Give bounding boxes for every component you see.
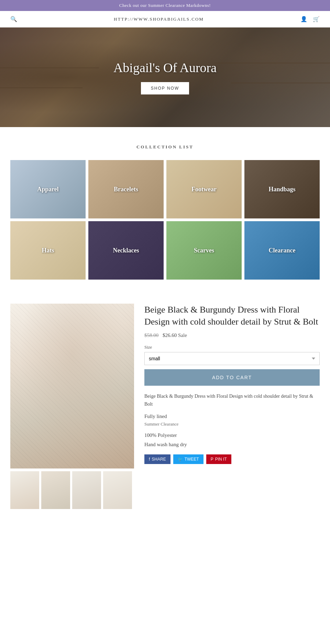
collection-item-scarves[interactable]: Scarves bbox=[166, 221, 242, 280]
facebook-icon: f bbox=[149, 457, 150, 462]
collection-item-clearance[interactable]: Clearance bbox=[244, 221, 320, 280]
product-description: Beige Black & Burgundy Dress with Floral… bbox=[144, 393, 320, 408]
product-main-image[interactable] bbox=[10, 304, 134, 468]
store-decoration bbox=[0, 27, 330, 127]
necklaces-label: Necklaces bbox=[113, 247, 139, 254]
hats-label: Hats bbox=[42, 247, 54, 254]
product-material: 100% Polyester bbox=[144, 432, 320, 438]
bracelets-label: Bracelets bbox=[114, 186, 138, 193]
product-section: Beige Black & Burgundy Dress with Floral… bbox=[0, 290, 330, 519]
site-logo[interactable]: HTTP://WWW.SHOPABIGAILS.COM bbox=[17, 16, 300, 22]
twitter-share-button[interactable]: 🐦 TWEET bbox=[173, 454, 204, 464]
collection-item-handbags[interactable]: Handbags bbox=[244, 160, 320, 218]
product-tag: Summer Clearance bbox=[144, 421, 320, 427]
facebook-share-label: SHARE bbox=[152, 457, 166, 462]
product-care: Hand wash hang dry bbox=[144, 442, 320, 448]
search-icon-container[interactable]: 🔍 bbox=[10, 16, 17, 22]
hero-title: Abigail's Of Aurora bbox=[113, 60, 217, 75]
product-thumb-1[interactable] bbox=[10, 471, 39, 509]
footwear-label: Footwear bbox=[191, 186, 217, 193]
facebook-share-button[interactable]: f SHARE bbox=[144, 454, 170, 464]
shop-now-button[interactable]: SHOP NOW bbox=[141, 82, 189, 94]
product-thumb-2[interactable] bbox=[41, 471, 70, 509]
banner-text: Check out our Summer Clearance Markdowns… bbox=[119, 3, 211, 8]
collection-item-bracelets[interactable]: Bracelets bbox=[88, 160, 164, 218]
product-thumb-3[interactable] bbox=[72, 471, 101, 509]
collections-section: COLLECTION LIST Apparel Bracelets Footwe… bbox=[0, 127, 330, 290]
cart-icon[interactable]: 🛒 bbox=[313, 16, 320, 22]
collection-item-apparel[interactable]: Apparel bbox=[10, 160, 86, 218]
product-thumb-4[interactable] bbox=[103, 471, 132, 509]
clearance-label: Clearance bbox=[269, 247, 296, 254]
handbags-label: Handbags bbox=[268, 186, 295, 193]
product-thumbnails bbox=[10, 471, 134, 509]
product-feature-lined: Fully lined bbox=[144, 414, 320, 419]
hero-section: Abigail's Of Aurora SHOP NOW bbox=[0, 27, 330, 127]
size-select[interactable]: small medium large x-large bbox=[144, 352, 320, 365]
collections-grid: Apparel Bracelets Footwear Handbags Hats… bbox=[10, 160, 320, 280]
header-right-icons: 👤 🛒 bbox=[300, 16, 320, 22]
pinterest-share-button[interactable]: P PIN IT bbox=[206, 454, 231, 464]
pinterest-share-label: PIN IT bbox=[215, 457, 227, 462]
add-to-cart-button[interactable]: ADD TO CART bbox=[144, 369, 320, 386]
share-buttons: f SHARE 🐦 TWEET P PIN IT bbox=[144, 454, 320, 464]
pinterest-icon: P bbox=[211, 457, 213, 462]
price-original: $58.00 bbox=[144, 332, 158, 338]
price-sale-tag: Sale bbox=[178, 332, 187, 338]
collections-title: COLLECTION LIST bbox=[10, 144, 320, 150]
collection-item-footwear[interactable]: Footwear bbox=[166, 160, 242, 218]
product-title: Beige Black & Burgundy Dress with Floral… bbox=[144, 304, 320, 328]
apparel-label: Apparel bbox=[37, 186, 59, 193]
product-images bbox=[10, 304, 134, 509]
search-icon[interactable]: 🔍 bbox=[10, 16, 17, 22]
account-icon[interactable]: 👤 bbox=[300, 16, 307, 22]
twitter-share-label: TWEET bbox=[185, 457, 199, 462]
product-details: Beige Black & Burgundy Dress with Floral… bbox=[144, 304, 320, 464]
scarves-label: Scarves bbox=[194, 247, 214, 254]
product-price: $58.00 $26.60 Sale bbox=[144, 332, 320, 338]
collection-item-hats[interactable]: Hats bbox=[10, 221, 86, 280]
twitter-icon: 🐦 bbox=[178, 457, 183, 462]
top-banner: Check out our Summer Clearance Markdowns… bbox=[0, 0, 330, 11]
header: 🔍 HTTP://WWW.SHOPABIGAILS.COM 👤 🛒 bbox=[0, 11, 330, 27]
price-sale: $26.60 bbox=[163, 332, 177, 338]
collection-item-necklaces[interactable]: Necklaces bbox=[88, 221, 164, 280]
size-label: Size bbox=[144, 344, 320, 350]
